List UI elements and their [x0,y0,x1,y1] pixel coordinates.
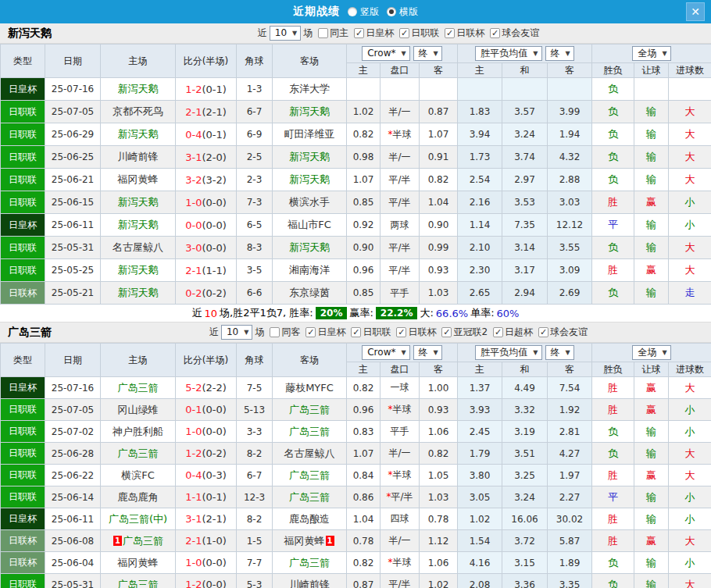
mean-draw-cell: 2.97 [502,169,548,191]
away-team: 川崎前锋 [273,574,347,588]
result-goals: 大 [669,146,711,169]
league-filter-checkbox-label: 日联杯 [408,326,436,339]
handicap-value: 一球 [391,382,409,393]
mean-odds-select-value: 胜平负均值 [481,347,527,358]
matches-count-select[interactable]: 10▼ [270,26,301,41]
same-venue-checkbox[interactable]: 同客 [270,326,300,339]
league-filter-checkbox[interactable]: ✓日联杯 [396,326,436,339]
result-goals [669,78,711,101]
fulltime-score: 1-2 [185,447,202,459]
same-venue-checkbox[interactable]: 同主 [318,27,348,40]
league-filter-checkbox[interactable]: ✓日超杯 [493,326,533,339]
odds-home-cell: 0.82 [347,552,381,574]
mean-time-select[interactable]: 终▼ [545,46,574,61]
matches-count-select[interactable]: 10▼ [221,325,252,340]
result-handicap: 赢 [634,191,669,214]
result-handicap: 输 [634,486,669,508]
match-score: 3-2(3-2) [176,169,237,191]
handicap-cell: 一球 [381,377,420,399]
league-filter-checkbox[interactable]: ✓亚冠联2 [441,326,488,339]
result-goals: 大 [669,101,711,123]
away-team-name: 广岛三箭 [289,557,330,568]
mean-draw-cell: 3.15 [502,552,548,574]
match-date: 25-05-21 [45,282,101,305]
match-date: 25-06-15 [45,191,101,214]
mean-odds-select[interactable]: 胜平负均值▼ [475,345,541,360]
match-type-badge: 日职联 [1,146,45,169]
match-score: 0-4(0-1) [176,123,237,146]
chevron-down-icon: ▼ [533,347,538,358]
home-team-name: 福冈黄蜂 [118,557,159,568]
handicap-cell: 半/一 [381,101,420,123]
match-score: 1-1(0-1) [176,486,237,508]
league-filter-checkbox[interactable]: ✓日联杯 [445,27,484,40]
league-filter-checkbox-label: 日超杯 [505,326,533,339]
result-handicap: 输 [634,282,669,305]
mean-odds-select[interactable]: 胜平负均值▼ [475,46,541,61]
chevron-down-icon: ▼ [292,27,297,39]
col-header-corner: 角球 [237,344,273,377]
team-section: 广岛三箭近10▼场同客✓日皇杯✓日职联✓日联杯✓亚冠联2✓日超杯✓球会友谊类型日… [0,323,711,588]
filter-controls: 近10▼场同客✓日皇杯✓日职联✓日联杯✓亚冠联2✓日超杯✓球会友谊 [209,325,588,340]
handicap-value: 半球 [393,129,412,140]
away-team: 町田泽维亚 [273,123,347,146]
layout-radio-horizontal[interactable]: 横版 [387,5,418,19]
handicap-value: 半球 [393,557,412,568]
close-button[interactable]: ✕ [686,2,705,21]
match-type-badge: 日职联 [1,259,45,282]
halftime-score: (0-0) [202,426,226,437]
home-team: 1广岛三箭 [101,530,176,552]
league-filter-checkbox[interactable]: ✓球会友谊 [490,27,539,40]
home-team-name: 新泻天鹅 [118,287,159,298]
match-scope-select[interactable]: 全场▼ [632,345,670,360]
league-filter-checkbox[interactable]: ✓日职联 [351,326,391,339]
odds-time-select[interactable]: 终▼ [413,46,442,61]
league-filter-checkbox[interactable]: ✓日皇杯 [354,27,394,40]
match-type-badge: 日皇杯 [1,78,45,101]
home-team: 新泻天鹅 [101,259,176,282]
match-score: 0-1(0-0) [176,399,237,421]
odds-source-select[interactable]: Crow*▼ [362,345,409,360]
red-card-badge: 1 [113,536,122,546]
league-filter-checkbox[interactable]: ✓球会友谊 [538,326,588,339]
corners: 1-3 [237,78,273,101]
odds-away-cell: 0.91 [420,146,458,169]
mean-time-select[interactable]: 终▼ [545,345,574,360]
odds-home-cell [347,78,381,101]
result-wdl: 负 [592,282,634,305]
odds-home-cell: 0.82 [347,377,381,399]
match-type-badge: 日职联 [1,101,45,123]
away-team: 新泻天鹅 [273,237,347,259]
away-team-name: 广岛三箭 [289,491,330,503]
odds-time-select[interactable]: 终▼ [413,345,442,360]
fulltime-score: 1-2 [185,579,202,588]
match-scope-select[interactable]: 全场▼ [632,46,670,61]
odds-home-cell: 0.87 [347,574,381,588]
match-type-badge: 日联杯 [1,530,45,552]
result-handicap: 输 [634,552,669,574]
col-header-mean-home: 主 [458,63,502,78]
league-filter-checkbox[interactable]: ✓日职联 [399,27,439,40]
mean-away-cell: 12.12 [548,214,592,237]
odds-source-select[interactable]: Crow*▼ [362,46,409,61]
fulltime-score: 1-0 [185,197,202,208]
results-table: 类型日期主场比分(半场)角球客场Crow*▼终▼胜平负均值▼终▼全场▼主盘口客主… [0,44,711,305]
odds-away-cell: 1.06 [420,552,458,574]
page-title: 近期战绩 [293,5,340,19]
col-header-odds-home: 主 [347,63,381,78]
mean-home-cell: 1.83 [458,101,502,123]
same-venue-checkbox-label: 同客 [281,326,300,339]
league-filter-checkbox[interactable]: ✓日皇杯 [305,326,345,339]
home-team-name: 广岛三箭 [123,535,163,547]
mean-draw-cell: 3.74 [502,146,548,169]
mean-home-cell: 3.94 [458,123,502,146]
odds-away-cell: 1.03 [420,282,458,305]
odds-home-cell: 1.04 [347,508,381,530]
corners: 12-3 [237,486,273,508]
col-header-home: 主场 [101,45,176,78]
layout-radio-vertical[interactable]: 竖版 [348,5,379,19]
match-score: 0-4(0-3) [176,465,237,486]
mean-away-cell [548,78,592,101]
league-filter-checkbox-label: 日皇杯 [317,326,345,339]
table-row: 日职联25-05-25新泻天鹅2-1(1-1)3-5湘南海洋0.96平/半0.9… [1,259,711,282]
